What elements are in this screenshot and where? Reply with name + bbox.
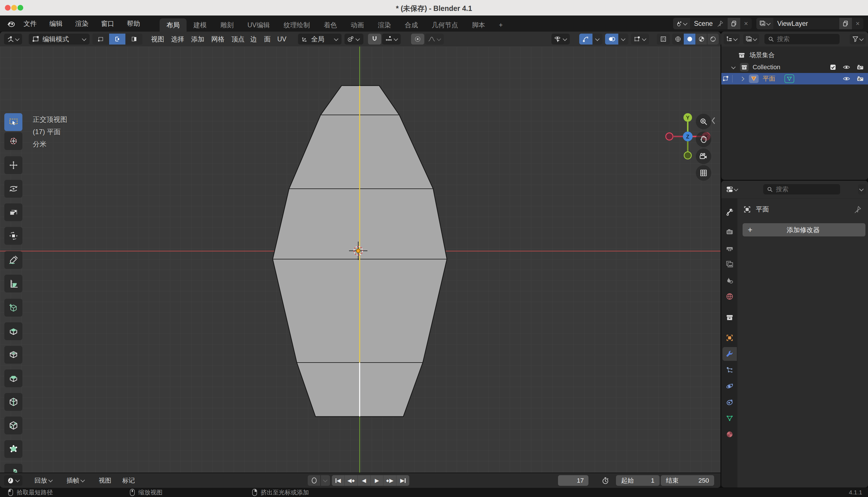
tab-object[interactable]: [722, 331, 737, 345]
view-layer-name[interactable]: ViewLayer: [777, 20, 808, 28]
scene-name[interactable]: Scene: [694, 20, 713, 28]
proportional-falloff-dropdown[interactable]: [425, 33, 444, 44]
play-reverse-button[interactable]: ◀: [358, 475, 371, 486]
tab-physics[interactable]: [722, 379, 737, 393]
pan-view-button[interactable]: [696, 131, 711, 147]
menu-add[interactable]: 添加: [187, 33, 209, 44]
scale-tool[interactable]: [4, 203, 23, 221]
xray-toggle[interactable]: [657, 33, 670, 44]
tab-compositing[interactable]: 合成: [398, 18, 425, 32]
poly-build-tool[interactable]: [4, 440, 23, 458]
frame-start-field[interactable]: 起始 1: [616, 475, 660, 486]
zoom-view-button[interactable]: [696, 114, 711, 129]
outliner-row-collection[interactable]: Collection: [721, 61, 868, 73]
tab-texture-paint[interactable]: 纹理绘制: [277, 18, 317, 32]
tab-geometry-nodes[interactable]: 几何节点: [425, 18, 465, 32]
transform-tool[interactable]: [4, 227, 23, 245]
spin-tool[interactable]: [4, 464, 23, 472]
menu-keying[interactable]: 插帧: [62, 475, 89, 486]
disable-in-renders-icon[interactable]: [856, 63, 864, 71]
proportional-editing-toggle[interactable]: [411, 33, 424, 44]
wireframe-shading-button[interactable]: [672, 33, 684, 44]
view-layer-remove-button[interactable]: ×: [852, 18, 864, 29]
properties-editor-type-button[interactable]: [724, 184, 740, 195]
outliner-editor-type-button[interactable]: [724, 34, 740, 44]
checkbox-icon[interactable]: [829, 64, 836, 71]
menu-help[interactable]: 帮助: [120, 15, 146, 32]
play-button[interactable]: ▶: [371, 475, 383, 486]
outliner-search-input[interactable]: [777, 36, 820, 43]
auto-keyframe-settings[interactable]: [321, 475, 330, 486]
tab-rendering[interactable]: 渲染: [371, 18, 398, 32]
hide-in-viewport-icon[interactable]: [843, 63, 850, 71]
bevel-tool[interactable]: [4, 369, 23, 387]
pin-id-button[interactable]: [854, 205, 862, 213]
inset-faces-tool[interactable]: [4, 346, 23, 364]
properties-options-button[interactable]: [858, 184, 866, 195]
extrude-region-tool[interactable]: [4, 322, 23, 340]
mode-selector[interactable]: 编辑模式: [29, 33, 90, 44]
outliner-display-mode-button[interactable]: [743, 34, 759, 44]
snap-toggle[interactable]: [368, 33, 381, 44]
properties-search-input[interactable]: [776, 186, 819, 193]
tab-modeling[interactable]: 建模: [187, 18, 214, 32]
edge-select-button[interactable]: [109, 33, 126, 44]
outliner-filter-button[interactable]: [850, 34, 866, 44]
menu-mesh[interactable]: 网格: [207, 33, 229, 44]
pin-icon[interactable]: [717, 20, 724, 27]
blender-logo-icon[interactable]: [4, 19, 17, 28]
tab-shading[interactable]: 着色: [317, 18, 344, 32]
mesh-edit-overlay-dropdown[interactable]: [631, 33, 649, 44]
use-preview-range-button[interactable]: [599, 475, 612, 486]
tab-particles[interactable]: [722, 363, 737, 377]
gizmo-minus-y-axis[interactable]: [684, 152, 691, 159]
region-collapse-arrow[interactable]: [709, 115, 717, 126]
3d-viewport[interactable]: 正交顶视图 (17) 平面 分米: [0, 46, 720, 472]
view-layer-new-button[interactable]: [839, 18, 852, 29]
tab-render[interactable]: [722, 225, 737, 239]
face-select-button[interactable]: [126, 33, 142, 44]
toggle-perspective-button[interactable]: [696, 165, 711, 181]
outliner-row-scene-collection[interactable]: 场景集合: [721, 49, 868, 61]
menu-view[interactable]: 视图: [95, 475, 115, 486]
add-cube-tool[interactable]: [4, 299, 23, 316]
knife-tool[interactable]: [4, 416, 23, 435]
add-modifier-button[interactable]: + 添加修改器: [742, 223, 865, 237]
outliner-row-plane[interactable]: 平面: [721, 73, 868, 84]
scene-new-copy-button[interactable]: [727, 18, 740, 29]
solid-shading-button[interactable]: [684, 33, 696, 44]
scene-unlink-button[interactable]: ×: [740, 18, 752, 29]
gizmo-settings-chevron[interactable]: [593, 33, 603, 44]
tab-uv-editing[interactable]: UV编辑: [240, 18, 277, 32]
properties-search[interactable]: [763, 184, 840, 195]
show-gizmo-toggle[interactable]: [579, 33, 592, 44]
select-box-tool[interactable]: [4, 113, 23, 131]
auto-keyframe-toggle[interactable]: [308, 475, 320, 486]
collection-label[interactable]: Collection: [753, 63, 780, 71]
menu-playback[interactable]: 回放: [30, 475, 57, 486]
rendered-shading-button[interactable]: [707, 33, 719, 44]
tab-world[interactable]: [722, 289, 737, 303]
tab-scripting[interactable]: 脚本: [465, 18, 492, 32]
cursor-tool[interactable]: [4, 132, 23, 150]
vertex-select-button[interactable]: [92, 33, 109, 44]
disable-in-renders-icon[interactable]: [856, 75, 864, 83]
tab-constraints[interactable]: [722, 395, 737, 409]
tab-collection[interactable]: [722, 311, 737, 324]
hide-in-viewport-icon[interactable]: [843, 75, 850, 83]
menu-marker[interactable]: 标记: [118, 475, 139, 486]
tab-animation[interactable]: 动画: [344, 18, 371, 32]
menu-edit[interactable]: 编辑: [43, 15, 69, 32]
pivot-point-selector[interactable]: [344, 33, 363, 44]
menu-edge[interactable]: 边: [246, 33, 262, 44]
add-workspace-button[interactable]: +: [492, 18, 510, 32]
menu-view[interactable]: 视图: [146, 33, 169, 44]
expand-chevron-icon[interactable]: [731, 65, 736, 69]
jump-to-start-button[interactable]: ◀: [332, 475, 345, 486]
menu-file[interactable]: 文件: [17, 15, 43, 32]
expand-chevron-icon[interactable]: [740, 76, 745, 81]
menu-select[interactable]: 选择: [166, 33, 189, 44]
menu-uv[interactable]: UV: [273, 33, 291, 44]
show-overlays-toggle[interactable]: [605, 33, 618, 44]
measure-tool[interactable]: [4, 275, 23, 293]
